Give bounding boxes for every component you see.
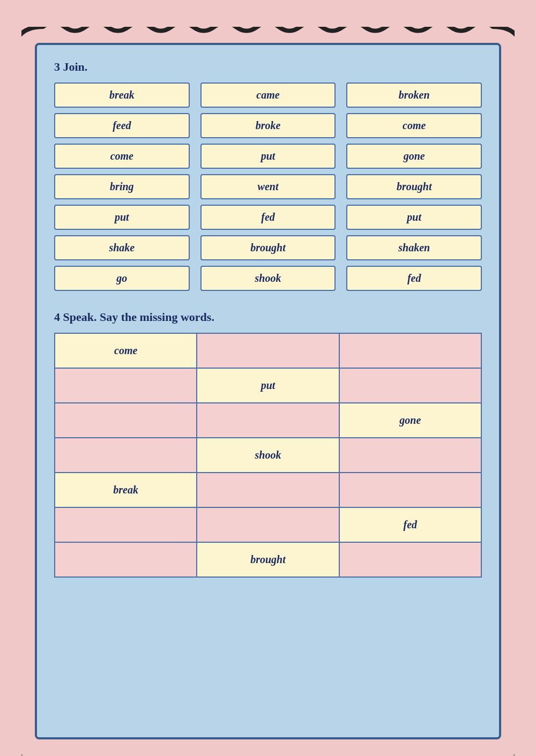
main-card: 3 Join. break feed come bring put shake …	[35, 43, 501, 739]
table-row: shook	[197, 438, 339, 473]
table-row	[55, 369, 197, 403]
table-row	[55, 543, 197, 578]
table-row	[197, 473, 339, 508]
table-row	[340, 334, 482, 369]
section4-title: 4 Speak. Say the missing words.	[54, 310, 482, 324]
list-item: broken	[346, 83, 482, 108]
table-row	[55, 438, 197, 473]
list-item: brought	[200, 235, 336, 260]
list-item: fed	[346, 266, 482, 291]
section3-title: 3 Join.	[54, 60, 482, 74]
list-item: went	[200, 174, 336, 199]
list-item: brought	[346, 174, 482, 199]
list-item: feed	[54, 113, 190, 138]
join-column-left: break feed come bring put shake go	[54, 83, 190, 291]
list-item: fed	[200, 205, 336, 230]
table-row: fed	[340, 508, 482, 543]
list-item: come	[54, 144, 190, 169]
list-item: put	[346, 205, 482, 230]
list-item: came	[200, 83, 336, 108]
table-row	[197, 508, 339, 543]
section3: 3 Join. break feed come bring put shake …	[54, 60, 482, 291]
join-column-middle: came broke put went fed brought shook	[200, 83, 336, 291]
list-item: come	[346, 113, 482, 138]
list-item: broke	[200, 113, 336, 138]
list-item: shake	[54, 235, 190, 260]
table-row	[340, 438, 482, 473]
table-row	[340, 473, 482, 508]
table-row: break	[55, 473, 197, 508]
table-row	[55, 403, 197, 438]
table-row	[55, 508, 197, 543]
join-column-right: broken come gone brought put shaken fed	[346, 83, 482, 291]
table-row	[340, 369, 482, 403]
list-item: break	[54, 83, 190, 108]
list-item: put	[54, 205, 190, 230]
list-item: shaken	[346, 235, 482, 260]
join-grid: break feed come bring put shake go came …	[54, 83, 482, 291]
section4: 4 Speak. Say the missing words. come put…	[54, 310, 482, 578]
table-row	[197, 403, 339, 438]
table-row: brought	[197, 543, 339, 578]
list-item: put	[200, 144, 336, 169]
table-row: put	[197, 369, 339, 403]
list-item: go	[54, 266, 190, 291]
table-row: gone	[340, 403, 482, 438]
list-item: bring	[54, 174, 190, 199]
speak-grid: come put gone shook brea	[54, 333, 482, 578]
table-row	[197, 334, 339, 369]
list-item: gone	[346, 144, 482, 169]
table-row: come	[55, 334, 197, 369]
table-row	[340, 543, 482, 578]
list-item: shook	[200, 266, 336, 291]
